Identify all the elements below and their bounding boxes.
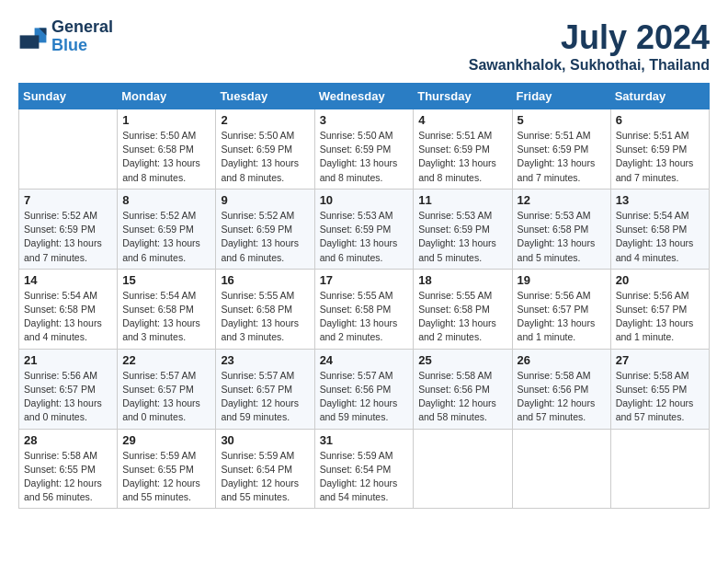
calendar-cell: 18Sunrise: 5:55 AMSunset: 6:58 PMDayligh… bbox=[414, 269, 512, 349]
day-info: Sunrise: 5:50 AMSunset: 6:59 PMDaylight:… bbox=[221, 129, 309, 185]
day-info: Sunrise: 5:53 AMSunset: 6:59 PMDaylight:… bbox=[320, 209, 409, 265]
day-number: 1 bbox=[122, 113, 210, 127]
calendar-cell: 9Sunrise: 5:52 AMSunset: 6:59 PMDaylight… bbox=[216, 189, 314, 269]
logo-line1: General bbox=[51, 18, 113, 37]
day-number: 5 bbox=[518, 113, 606, 127]
day-number: 16 bbox=[221, 273, 309, 287]
calendar-cell: 29Sunrise: 5:59 AMSunset: 6:55 PMDayligh… bbox=[118, 429, 216, 509]
day-info: Sunrise: 5:52 AMSunset: 6:59 PMDaylight:… bbox=[221, 209, 309, 265]
day-info: Sunrise: 5:56 AMSunset: 6:57 PMDaylight:… bbox=[518, 289, 606, 345]
calendar-cell: 8Sunrise: 5:52 AMSunset: 6:59 PMDaylight… bbox=[118, 189, 216, 269]
calendar-cell: 7Sunrise: 5:52 AMSunset: 6:59 PMDaylight… bbox=[19, 189, 118, 269]
logo: General Blue bbox=[18, 18, 113, 55]
calendar-cell: 6Sunrise: 5:51 AMSunset: 6:59 PMDaylight… bbox=[610, 109, 709, 190]
calendar-cell: 2Sunrise: 5:50 AMSunset: 6:59 PMDaylight… bbox=[216, 109, 314, 190]
calendar-cell: 15Sunrise: 5:54 AMSunset: 6:58 PMDayligh… bbox=[118, 269, 216, 349]
calendar-cell bbox=[512, 429, 610, 509]
calendar-table: SundayMondayTuesdayWednesdayThursdayFrid… bbox=[18, 83, 710, 509]
day-info: Sunrise: 5:57 AMSunset: 6:57 PMDaylight:… bbox=[122, 369, 210, 425]
day-info: Sunrise: 5:54 AMSunset: 6:58 PMDaylight:… bbox=[122, 289, 210, 345]
calendar-cell: 31Sunrise: 5:59 AMSunset: 6:54 PMDayligh… bbox=[314, 429, 414, 509]
calendar-cell bbox=[610, 429, 709, 509]
day-info: Sunrise: 5:53 AMSunset: 6:58 PMDaylight:… bbox=[518, 209, 606, 265]
day-number: 29 bbox=[122, 433, 210, 447]
svg-rect-3 bbox=[20, 35, 40, 48]
calendar-cell: 16Sunrise: 5:55 AMSunset: 6:58 PMDayligh… bbox=[216, 269, 314, 349]
day-info: Sunrise: 5:55 AMSunset: 6:58 PMDaylight:… bbox=[221, 289, 309, 345]
calendar-cell: 28Sunrise: 5:58 AMSunset: 6:55 PMDayligh… bbox=[19, 429, 118, 509]
day-number: 11 bbox=[418, 193, 506, 207]
day-number: 27 bbox=[616, 353, 704, 367]
day-info: Sunrise: 5:51 AMSunset: 6:59 PMDaylight:… bbox=[418, 129, 506, 185]
calendar-cell: 22Sunrise: 5:57 AMSunset: 6:57 PMDayligh… bbox=[118, 349, 216, 429]
weekday-header-friday: Friday bbox=[512, 84, 610, 109]
weekday-header-sunday: Sunday bbox=[19, 84, 118, 109]
weekday-header-monday: Monday bbox=[118, 84, 216, 109]
day-number: 26 bbox=[518, 353, 606, 367]
month-title: July 2024 bbox=[469, 18, 710, 57]
day-number: 9 bbox=[221, 193, 309, 207]
day-number: 10 bbox=[320, 193, 409, 207]
day-info: Sunrise: 5:55 AMSunset: 6:58 PMDaylight:… bbox=[418, 289, 506, 345]
calendar-cell: 13Sunrise: 5:54 AMSunset: 6:58 PMDayligh… bbox=[610, 189, 709, 269]
calendar-cell: 26Sunrise: 5:58 AMSunset: 6:56 PMDayligh… bbox=[512, 349, 610, 429]
day-info: Sunrise: 5:54 AMSunset: 6:58 PMDaylight:… bbox=[616, 209, 704, 265]
day-info: Sunrise: 5:59 AMSunset: 6:54 PMDaylight:… bbox=[221, 449, 309, 505]
week-row-4: 21Sunrise: 5:56 AMSunset: 6:57 PMDayligh… bbox=[19, 349, 710, 429]
week-row-2: 7Sunrise: 5:52 AMSunset: 6:59 PMDaylight… bbox=[19, 189, 710, 269]
title-area: July 2024 Sawankhalok, Sukhothai, Thaila… bbox=[469, 18, 710, 74]
day-info: Sunrise: 5:59 AMSunset: 6:54 PMDaylight:… bbox=[320, 449, 409, 505]
calendar-cell: 30Sunrise: 5:59 AMSunset: 6:54 PMDayligh… bbox=[216, 429, 314, 509]
day-number: 24 bbox=[320, 353, 409, 367]
day-info: Sunrise: 5:53 AMSunset: 6:59 PMDaylight:… bbox=[418, 209, 506, 265]
calendar-cell: 14Sunrise: 5:54 AMSunset: 6:58 PMDayligh… bbox=[19, 269, 118, 349]
day-number: 15 bbox=[122, 273, 210, 287]
page-header: General Blue July 2024 Sawankhalok, Sukh… bbox=[18, 18, 710, 74]
day-number: 19 bbox=[518, 273, 606, 287]
day-info: Sunrise: 5:56 AMSunset: 6:57 PMDaylight:… bbox=[616, 289, 704, 345]
calendar-cell: 25Sunrise: 5:58 AMSunset: 6:56 PMDayligh… bbox=[414, 349, 512, 429]
day-number: 23 bbox=[221, 353, 309, 367]
day-info: Sunrise: 5:58 AMSunset: 6:55 PMDaylight:… bbox=[24, 449, 112, 505]
weekday-header-tuesday: Tuesday bbox=[216, 84, 314, 109]
calendar-cell: 12Sunrise: 5:53 AMSunset: 6:58 PMDayligh… bbox=[512, 189, 610, 269]
calendar-cell: 11Sunrise: 5:53 AMSunset: 6:59 PMDayligh… bbox=[414, 189, 512, 269]
day-number: 21 bbox=[24, 353, 112, 367]
calendar-cell: 5Sunrise: 5:51 AMSunset: 6:59 PMDaylight… bbox=[512, 109, 610, 190]
day-info: Sunrise: 5:58 AMSunset: 6:55 PMDaylight:… bbox=[616, 369, 704, 425]
week-row-3: 14Sunrise: 5:54 AMSunset: 6:58 PMDayligh… bbox=[19, 269, 710, 349]
week-row-1: 1Sunrise: 5:50 AMSunset: 6:58 PMDaylight… bbox=[19, 109, 710, 190]
day-number: 31 bbox=[320, 433, 409, 447]
day-info: Sunrise: 5:57 AMSunset: 6:57 PMDaylight:… bbox=[221, 369, 309, 425]
calendar-cell: 24Sunrise: 5:57 AMSunset: 6:56 PMDayligh… bbox=[314, 349, 414, 429]
day-number: 2 bbox=[221, 113, 309, 127]
day-info: Sunrise: 5:52 AMSunset: 6:59 PMDaylight:… bbox=[122, 209, 210, 265]
calendar-cell: 23Sunrise: 5:57 AMSunset: 6:57 PMDayligh… bbox=[216, 349, 314, 429]
weekday-header-wednesday: Wednesday bbox=[314, 84, 414, 109]
location-title: Sawankhalok, Sukhothai, Thailand bbox=[469, 57, 710, 74]
day-number: 13 bbox=[616, 193, 704, 207]
weekday-header-saturday: Saturday bbox=[610, 84, 709, 109]
calendar-cell: 19Sunrise: 5:56 AMSunset: 6:57 PMDayligh… bbox=[512, 269, 610, 349]
day-number: 7 bbox=[24, 193, 112, 207]
day-info: Sunrise: 5:54 AMSunset: 6:58 PMDaylight:… bbox=[24, 289, 112, 345]
day-info: Sunrise: 5:58 AMSunset: 6:56 PMDaylight:… bbox=[518, 369, 606, 425]
calendar-cell: 21Sunrise: 5:56 AMSunset: 6:57 PMDayligh… bbox=[19, 349, 118, 429]
day-info: Sunrise: 5:56 AMSunset: 6:57 PMDaylight:… bbox=[24, 369, 112, 425]
day-number: 3 bbox=[320, 113, 409, 127]
day-info: Sunrise: 5:57 AMSunset: 6:56 PMDaylight:… bbox=[320, 369, 409, 425]
calendar-cell: 4Sunrise: 5:51 AMSunset: 6:59 PMDaylight… bbox=[414, 109, 512, 190]
day-info: Sunrise: 5:50 AMSunset: 6:59 PMDaylight:… bbox=[320, 129, 409, 185]
day-info: Sunrise: 5:59 AMSunset: 6:55 PMDaylight:… bbox=[122, 449, 210, 505]
calendar-cell: 20Sunrise: 5:56 AMSunset: 6:57 PMDayligh… bbox=[610, 269, 709, 349]
logo-icon bbox=[18, 22, 48, 52]
day-number: 4 bbox=[418, 113, 506, 127]
day-number: 20 bbox=[616, 273, 704, 287]
day-number: 17 bbox=[320, 273, 409, 287]
calendar-cell: 27Sunrise: 5:58 AMSunset: 6:55 PMDayligh… bbox=[610, 349, 709, 429]
day-info: Sunrise: 5:52 AMSunset: 6:59 PMDaylight:… bbox=[24, 209, 112, 265]
day-info: Sunrise: 5:58 AMSunset: 6:56 PMDaylight:… bbox=[418, 369, 506, 425]
weekday-header-thursday: Thursday bbox=[414, 84, 512, 109]
calendar-cell: 1Sunrise: 5:50 AMSunset: 6:58 PMDaylight… bbox=[118, 109, 216, 190]
day-number: 25 bbox=[418, 353, 506, 367]
